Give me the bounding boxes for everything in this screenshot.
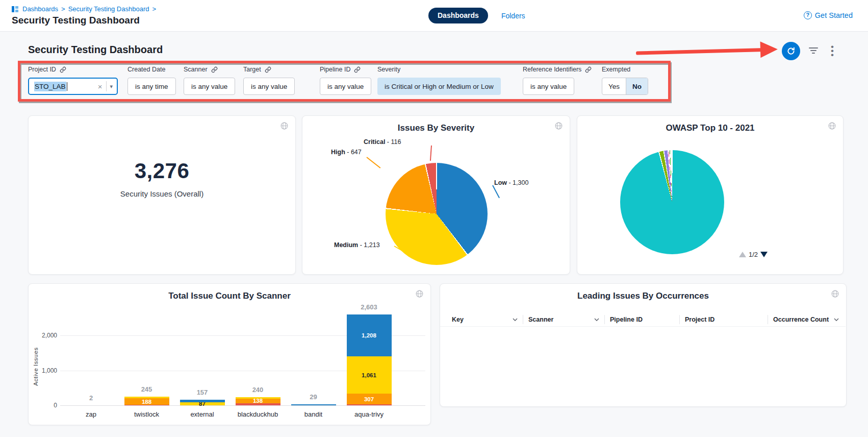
text-cursor: [67, 82, 68, 91]
bar-segment-external: [180, 400, 225, 402]
filter-button-target[interactable]: is any value: [243, 78, 295, 95]
dropdown-caret-icon[interactable]: ▾: [110, 83, 113, 90]
link-icon: [60, 66, 66, 73]
card-issues-by-severity: Issues By Severity Low - 1,300Medium - 1…: [302, 115, 570, 275]
leader-line-critical: [430, 145, 432, 161]
table-header-row: KeyScannerPipeline IDProject IDOccurrenc…: [440, 312, 846, 327]
bar-segment-aqua-trivy: 1,061: [347, 356, 392, 394]
filter-reference-identifiers: Reference Identifiersis any value: [523, 65, 592, 95]
scanner-bar-plot: 01,0002,0002zap188245twistlock87157exter…: [29, 284, 430, 425]
x-axis-label-blackduckhub: blackduckhub: [230, 410, 286, 418]
column-header-occurrence-count[interactable]: Occurrence Count: [768, 315, 844, 324]
stat-label: Security Issues (Overall): [29, 189, 295, 198]
filter-label-text: Exempted: [602, 66, 630, 73]
filter-label-text: Pipeline ID: [320, 66, 350, 73]
filter-input-project-id[interactable]: STO_LAB×▾: [28, 78, 118, 95]
leader-line-high: [366, 157, 380, 168]
filter-severity: Severityis Critical or High or Medium or…: [377, 65, 501, 95]
bar-total-external: 157: [174, 389, 230, 396]
owasp-pie: [620, 150, 724, 254]
globe-icon: [554, 122, 563, 130]
chevron-down-icon: [834, 318, 839, 321]
header-tabs: Dashboards Folders: [428, 8, 525, 23]
get-started-label: Get Started: [815, 11, 853, 19]
chart-title-occurrences: Leading Issues By Occurrences: [440, 291, 846, 301]
filter-project-id: Project IDSTO_LAB×▾: [28, 65, 118, 95]
dashboard-title: Security Testing Dashboard: [28, 44, 163, 56]
filter-button-reference-identifiers[interactable]: is any value: [523, 78, 574, 95]
card-security-issues-overall: 3,276 Security Issues (Overall): [28, 115, 296, 275]
kebab-menu-icon[interactable]: •••: [831, 45, 834, 57]
filter-label-text: Scanner: [184, 66, 208, 73]
pie-label-critical: Critical - 116: [364, 138, 401, 145]
link-icon: [211, 66, 218, 73]
breadcrumb-link-dashboards[interactable]: Dashboards: [22, 5, 58, 13]
toggle-option-yes[interactable]: Yes: [602, 78, 626, 94]
sort-chevron: [834, 318, 839, 321]
pagination-down-icon[interactable]: [760, 252, 768, 257]
x-axis-label-bandit: bandit: [286, 410, 341, 418]
breadcrumb: Dashboards>Security Testing Dashboard>: [22, 5, 156, 13]
bar-segment-twistlock: [124, 405, 169, 405]
pagination-label: 1/2: [749, 251, 758, 258]
column-header-project-id[interactable]: Project ID: [679, 315, 768, 324]
filter-created-date: Created Dateis any time: [127, 65, 176, 95]
filter-label-project-id: Project ID: [28, 65, 118, 74]
toggle-option-no[interactable]: No: [626, 78, 648, 94]
column-header-key[interactable]: Key: [447, 315, 523, 324]
column-header-label: Scanner: [528, 316, 553, 323]
sort-chevron: [594, 318, 599, 321]
bar-segment-aqua-trivy: 307: [347, 394, 392, 404]
app-header: Dashboards>Security Testing Dashboard> S…: [0, 0, 868, 32]
filter-button-scanner[interactable]: is any value: [184, 78, 235, 95]
filter-label-target: Target: [243, 65, 295, 74]
bar-total-blackduckhub: 240: [230, 386, 286, 394]
filter-label-scanner: Scanner: [184, 65, 235, 74]
stat-value: 3,276: [29, 159, 295, 183]
filter-button-pipeline-id[interactable]: is any value: [320, 78, 371, 95]
dashboard-filter-icon[interactable]: [809, 47, 818, 55]
link-icon: [354, 66, 361, 73]
bar-segment-twistlock: [124, 397, 169, 398]
pie-label-low: Low - 1,300: [494, 179, 528, 186]
divider: [106, 81, 107, 91]
filter-scanner: Scanneris any value: [184, 65, 235, 95]
filter-label-text: Target: [243, 66, 261, 73]
clear-icon[interactable]: ×: [96, 82, 105, 91]
bar-total-aqua-trivy: 2,603: [341, 303, 397, 311]
globe-icon: [828, 122, 836, 130]
pagination-up-icon[interactable]: [739, 252, 746, 257]
y-tick-label: 2,000: [36, 332, 57, 339]
breadcrumb-separator: >: [61, 5, 65, 13]
bar-segment-twistlock: 188: [124, 398, 169, 405]
get-started-link[interactable]: ? Get Started: [804, 11, 853, 19]
filter-button-created-date[interactable]: is any time: [127, 78, 176, 95]
bar-total-zap: 2: [63, 394, 119, 402]
x-axis-label-twistlock: twistlock: [119, 410, 174, 418]
tab-folders[interactable]: Folders: [501, 12, 525, 20]
bar-segment-aqua-trivy: 1,208: [347, 314, 392, 357]
filter-label-created-date: Created Date: [127, 65, 176, 74]
bar-segment-blackduckhub: 138: [236, 399, 280, 403]
gridline-0: [60, 405, 425, 406]
filter-label-severity: Severity: [377, 65, 501, 74]
breadcrumb-link-security-testing-dashboard[interactable]: Security Testing Dashboard: [68, 5, 149, 13]
globe-icon: [554, 122, 563, 132]
column-header-scanner[interactable]: Scanner: [523, 315, 604, 324]
x-axis-label-aqua-trivy: aqua-trivy: [341, 410, 397, 418]
bar-segment-blackduckhub: [236, 397, 280, 399]
pie-label-high: High - 647: [331, 149, 362, 156]
chart-title-owasp: OWASP Top 10 - 2021: [577, 123, 843, 133]
filter-label-text: Created Date: [127, 66, 165, 73]
column-header-label: Pipeline ID: [610, 316, 643, 323]
column-header-pipeline-id[interactable]: Pipeline ID: [604, 315, 679, 324]
filter-target: Targetis any value: [243, 65, 295, 95]
column-header-label: Occurrence Count: [773, 316, 829, 323]
y-tick-label: 1,000: [36, 367, 57, 374]
bar-segment-bandit: [291, 404, 336, 405]
filter-chip-severity[interactable]: is Critical or High or Medium or Low: [377, 78, 501, 95]
x-axis-label-external: external: [174, 410, 230, 418]
globe-icon: [280, 122, 289, 130]
tab-dashboards[interactable]: Dashboards: [428, 8, 488, 23]
refresh-button[interactable]: [782, 42, 800, 60]
